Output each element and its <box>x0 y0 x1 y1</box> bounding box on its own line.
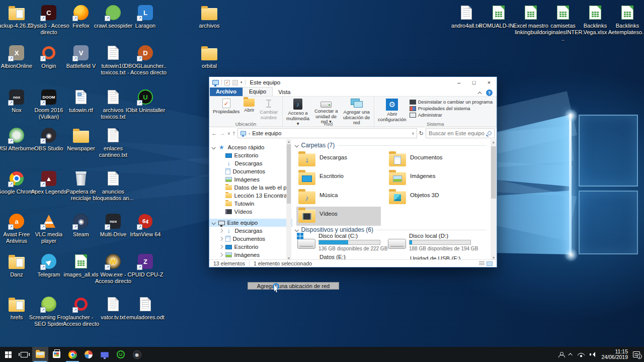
desktop-icon-irfanview-64[interactable]: 64↗IrfanView 64 <box>124 213 167 238</box>
taskbar-start-button[interactable] <box>0 347 16 362</box>
folder-tile-im-genes[interactable]: Imágenes <box>387 169 471 188</box>
chevron-right-icon[interactable] <box>219 253 223 257</box>
sidebar-item-v-deos[interactable]: Vídeos <box>209 208 292 216</box>
sidebar-item-datos-de-la-web-el-poder-del-andr[interactable]: Datos de la web el poder del andr <box>209 184 292 192</box>
tab-archivo[interactable]: Archivo <box>210 87 243 96</box>
content-scrollbar[interactable]: ▲ ▼ <box>491 139 497 260</box>
collapse-ribbon-icon[interactable] <box>477 92 481 96</box>
taskbar-paint-button[interactable] <box>80 347 97 362</box>
folders-section-header[interactable]: Carpetas (7) <box>295 142 487 149</box>
sidebar-item-lecci-n-13-encontrar-nichos-con[interactable]: Lección 13 Encontrar nichos con <box>209 192 292 200</box>
nav-scrollbar-thumb[interactable] <box>287 144 291 204</box>
chevron-right-icon[interactable] <box>219 245 223 249</box>
scroll-down-icon[interactable]: ▼ <box>491 256 497 259</box>
ribbon-button-settings[interactable]: ⚙Abrir configuración <box>376 98 409 121</box>
desktop-icon-cpuid-cpu-z[interactable]: Z↗CPUID CPU-Z <box>124 253 167 278</box>
drive-tile-disco-local-c-[interactable]: Disco local (C:)136 GB disponibles de 22… <box>297 233 387 251</box>
sidebar-item-documentos[interactable]: Documentos <box>209 167 292 175</box>
desktop-icon-iobit-uninstaller[interactable]: U↗IObit Uninstaller <box>124 88 167 114</box>
help-icon[interactable]: ? <box>486 89 493 96</box>
folder-tile-descargas[interactable]: ↓Descargas <box>296 150 381 169</box>
clock[interactable]: 11:15 24/06/2019 <box>601 349 628 360</box>
scroll-up-icon[interactable]: ▲ <box>491 140 497 144</box>
desktop-icon-dboglauncher-acceso-directo[interactable]: D↗DBOGLauncher... - Acceso directo <box>124 44 167 76</box>
sidebar-item-escritorio[interactable]: Escritorio <box>209 151 292 159</box>
folder-tile-objetos-3d[interactable]: Objetos 3D <box>387 188 471 207</box>
search-box[interactable]: Buscar en Este equipo <box>426 128 495 138</box>
desktop-icon-orbital[interactable]: orbital <box>188 44 231 69</box>
folder-tile-label: Documentos <box>410 154 443 160</box>
folder-tile-m-sica[interactable]: ♪Música <box>296 188 381 207</box>
chevron-right-icon[interactable] <box>219 237 223 241</box>
sidebar-item-escritorio[interactable]: Escritorio <box>209 243 292 251</box>
ribbon-button-open[interactable]: Abrir <box>242 98 257 121</box>
sidebar-item-descargas[interactable]: ↓Descargas <box>209 159 292 167</box>
sidebar-item-label: Datos de la web el poder del andr <box>234 185 292 191</box>
folder-tile-escritorio[interactable]: Escritorio <box>296 169 381 188</box>
drive-tile-disco-local-d-[interactable]: Disco local (D:)188 GB disponibles de 19… <box>388 233 478 251</box>
action-center-icon[interactable]: 1 <box>633 351 640 357</box>
desktop-icon-backlinks-aetemplateso-[interactable]: Backlinks Aetemplateso... <box>606 4 644 36</box>
wifi-icon[interactable] <box>578 352 585 357</box>
ribbon-button-rename[interactable]: Cambiar nombre <box>257 98 281 121</box>
desktop-icon-laragon[interactable]: L↗Laragon <box>124 4 167 29</box>
chevron-down-icon[interactable] <box>212 221 216 225</box>
ribbon-small-button[interactable]: Propiedades del sistema <box>410 106 493 111</box>
details-view-icon[interactable] <box>479 261 485 266</box>
refresh-icon[interactable]: ↻ <box>419 130 424 137</box>
forward-icon[interactable]: → <box>219 130 225 137</box>
sidebar-item-im-genes[interactable]: Imágenes <box>209 251 292 259</box>
folder-tile-v-deos[interactable]: Vídeos <box>296 207 381 226</box>
address-dropdown-icon[interactable]: ∨ <box>412 131 415 136</box>
ribbon-button-mapdrive[interactable]: Conectar a unidad de red ▾ <box>311 98 341 121</box>
hidden-icons-chevron-icon[interactable] <box>569 353 573 357</box>
taskbar-obs-button[interactable]: ◉ <box>129 347 145 362</box>
sidebar-item-tutowin[interactable]: Tutowin <box>209 200 292 208</box>
search-icon[interactable] <box>488 131 492 135</box>
taskbar-file-explorer-button[interactable] <box>32 347 48 362</box>
up-icon[interactable]: ↑ <box>232 130 235 137</box>
ribbon-button-addnet[interactable]: Agregar una ubicación de red <box>341 98 372 121</box>
people-icon[interactable] <box>558 352 565 357</box>
maximize-button[interactable]: □ <box>466 77 481 88</box>
thumbnails-view-icon[interactable] <box>487 261 493 266</box>
ribbon-button-media[interactable]: ♪Acceso a multimedia ▾ <box>284 98 311 121</box>
qat-dropdown-icon[interactable]: ▾ <box>240 80 243 84</box>
sidebar-item-im-genes[interactable]: Imágenes <box>209 175 292 184</box>
sidebar-item-acceso-r-pido[interactable]: ★Acceso rápido <box>209 143 292 151</box>
sidebar-item-este-equipo[interactable]: Este equipo <box>209 219 292 227</box>
nav-scrollbar[interactable]: ▲ ▼ <box>286 139 291 260</box>
breadcrumb-location[interactable]: Este equipo <box>252 130 281 136</box>
ribbon-button-prop[interactable]: ✓Propiedades <box>211 98 242 121</box>
ribbon-small-button[interactable]: Desinstalar o cambiar un programa <box>410 99 493 105</box>
properties-quick-icon[interactable]: ✓ <box>224 80 230 85</box>
desktop-icon-anuncios-bloqueados-an-[interactable]: anuncios bloqueados an... <box>92 170 135 202</box>
close-button[interactable]: × <box>481 77 497 88</box>
taskbar-store-button[interactable] <box>48 347 64 362</box>
chevron-down-icon[interactable] <box>212 145 216 149</box>
volume-icon[interactable] <box>590 352 596 357</box>
scroll-up-icon[interactable]: ▲ <box>286 140 291 143</box>
devices-section-header[interactable]: Dispositivos y unidades (6) <box>295 226 487 233</box>
back-icon[interactable]: ← <box>211 130 217 137</box>
taskbar-monitor-app-button[interactable] <box>97 347 113 362</box>
taskbar-chrome-button[interactable] <box>64 347 80 362</box>
desktop-icon-enlaces-cantineo-txt[interactable]: enlaces cantineo.txt <box>92 127 135 158</box>
tab-vista[interactable]: Vista <box>273 88 296 96</box>
ribbon-small-button[interactable]: Administrar <box>410 112 493 118</box>
desktop-icon-emuladores-odt[interactable]: emuladores.odt <box>124 296 167 321</box>
tab-equipo[interactable]: Equipo <box>243 87 273 96</box>
desktop-icon-archivos[interactable]: archivos <box>188 4 231 29</box>
content-scrollbar-thumb[interactable] <box>491 146 496 199</box>
new-folder-quick-icon[interactable] <box>232 80 238 85</box>
minimize-button[interactable]: – <box>451 77 466 88</box>
ring-icon: ↗ <box>40 44 57 61</box>
history-dropdown-icon[interactable]: ∨ <box>227 131 230 136</box>
taskbar-iobit-button[interactable]: U <box>113 347 129 362</box>
breadcrumb[interactable]: › Este equipo ∨ <box>237 128 417 138</box>
taskbar-task-view-button[interactable] <box>16 347 32 362</box>
sidebar-item-descargas[interactable]: ↓Descargas <box>209 227 292 235</box>
sidebar-item-documentos[interactable]: Documentos <box>209 235 292 243</box>
chevron-right-icon[interactable] <box>219 229 223 233</box>
folder-tile-documentos[interactable]: Documentos <box>387 150 471 169</box>
